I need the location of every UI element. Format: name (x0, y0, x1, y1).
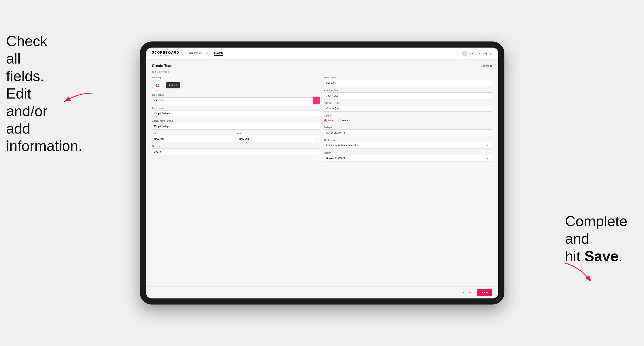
arrow-right (563, 261, 596, 285)
conference-input[interactable] (324, 142, 492, 149)
gender-mens-option[interactable]: Mens (324, 119, 334, 122)
team-logo-group: Team logo C Upload (152, 76, 320, 91)
gender-radio-group: Mens Womens (324, 118, 492, 123)
division-input[interactable] (324, 130, 492, 136)
color-swatch[interactable] (313, 97, 320, 104)
gender-group: Gender Mens Womens (324, 115, 492, 123)
logo-upload-area: C Upload (152, 80, 320, 91)
region-select-wrap: ✕ ⌄ (324, 155, 492, 162)
assistant-coach-input[interactable] (324, 92, 492, 99)
team-name-label: Team name (152, 107, 320, 109)
section-label: TEAM DETAILS (152, 71, 492, 73)
gender-womens-option[interactable]: Womens (338, 119, 352, 122)
nav-links: TOURNAMENTS TEAMS (188, 51, 462, 56)
conference-label: Conference (324, 139, 492, 141)
conference-chevron: ⌄ (489, 144, 491, 147)
state-select[interactable]: New York (237, 136, 320, 142)
user-name: Test User | (470, 52, 481, 55)
form-grid: Team logo C Upload Team colour (152, 76, 492, 162)
division-label: Division (324, 126, 492, 129)
state-group: State New York ✕ ⌄ (237, 132, 320, 142)
athletic-director-label: Athletic Director (324, 102, 492, 104)
page-title: Create Team (152, 64, 174, 68)
conference-group: Conference ✕ ⌄ (324, 139, 492, 149)
page-header: Create Team Cancel ✕ (152, 64, 492, 68)
display-name-group: Display name (unique) (152, 120, 320, 130)
conference-controls: ✕ ⌄ (486, 144, 491, 147)
city-label: City (152, 132, 235, 135)
zip-label: Zip code (152, 145, 320, 148)
region-label: Region (324, 152, 492, 154)
arrow-left (63, 89, 95, 105)
save-button[interactable]: Save (477, 289, 492, 296)
navbar: SCOREBOARD Powered by clippd TOURNAMENTS… (146, 47, 498, 60)
tablet-frame: SCOREBOARD Powered by clippd TOURNAMENTS… (140, 41, 504, 305)
form-footer: Cancel Save (146, 286, 498, 299)
nav-teams[interactable]: TEAMS (214, 51, 223, 56)
annotation-left: Check all fields. Edit and/or add inform… (6, 32, 63, 155)
gender-womens-radio[interactable] (338, 119, 341, 122)
team-name-input[interactable] (152, 110, 320, 117)
assistant-coach-group: Assistant Coach (324, 89, 492, 99)
region-group: Region ✕ ⌄ (324, 152, 492, 162)
nav-tournaments[interactable]: TOURNAMENTS (188, 51, 208, 56)
cancel-x-button[interactable]: Cancel ✕ (481, 64, 492, 68)
main-content: Create Team Cancel ✕ TEAM DETAILS Team l… (146, 60, 498, 286)
logo-circle: C (152, 80, 163, 91)
division-select-wrap: ⌄ (324, 130, 492, 136)
zip-code-group: Zip code (152, 145, 320, 155)
city-state-group: City State New York ✕ ⌄ (152, 132, 320, 142)
division-chevron: ⌄ (489, 132, 491, 134)
city-input[interactable] (152, 136, 235, 142)
logo-title: SCOREBOARD (152, 51, 180, 54)
gender-label: Gender (324, 115, 492, 117)
assistant-coach-label: Assistant Coach (324, 89, 492, 91)
user-avatar (462, 51, 468, 56)
logo-subtitle: Powered by clippd (152, 54, 180, 56)
head-coach-group: Head Coach (324, 76, 492, 86)
team-colour-input[interactable] (152, 97, 313, 104)
left-column: Team logo C Upload Team colour (152, 76, 320, 162)
gender-mens-radio[interactable] (324, 119, 327, 122)
tablet-screen: SCOREBOARD Powered by clippd TOURNAMENTS… (146, 47, 498, 299)
team-colour-group: Team colour (152, 94, 320, 104)
state-select-wrap: New York ✕ ⌄ (237, 136, 320, 142)
city-state-row: City State New York ✕ ⌄ (152, 132, 320, 142)
conference-clear[interactable]: ✕ (486, 144, 488, 147)
division-controls: ⌄ (489, 132, 491, 134)
display-name-input[interactable] (152, 123, 320, 130)
region-controls: ✕ ⌄ (486, 157, 491, 160)
conference-select-wrap: ✕ ⌄ (324, 142, 492, 149)
athletic-director-group: Athletic Director (324, 102, 492, 112)
color-input-group (152, 97, 320, 104)
annotation-line1: Check all fields. (6, 33, 48, 84)
region-chevron: ⌄ (489, 157, 491, 160)
zip-input[interactable] (152, 149, 320, 155)
city-group: City (152, 132, 235, 142)
nav-right: Test User | Sign out (462, 51, 492, 56)
state-label: State (237, 132, 320, 135)
sign-out-link[interactable]: Sign out (483, 52, 492, 55)
team-logo-label: Team logo (152, 76, 320, 79)
right-column: Head Coach Assistant Coach Athletic Dire… (324, 76, 492, 162)
upload-button[interactable]: Upload (166, 82, 180, 88)
logo-area: SCOREBOARD Powered by clippd (152, 51, 180, 56)
annotation-right: Complete and hit Save. (565, 212, 634, 265)
region-input[interactable] (324, 155, 492, 162)
display-name-label: Display name (unique) (152, 120, 320, 122)
annotation-right-line1: Complete and (565, 213, 628, 247)
cancel-button[interactable]: Cancel (460, 289, 475, 296)
annotation-line2: Edit and/or add (6, 85, 48, 137)
head-coach-input[interactable] (324, 80, 492, 86)
athletic-director-input[interactable] (324, 105, 492, 112)
region-clear[interactable]: ✕ (486, 157, 488, 160)
team-colour-label: Team colour (152, 94, 320, 96)
head-coach-label: Head Coach (324, 76, 492, 79)
division-group: Division ⌄ (324, 126, 492, 136)
annotation-line3: information. (6, 138, 82, 154)
team-name-group: Team name (152, 107, 320, 117)
